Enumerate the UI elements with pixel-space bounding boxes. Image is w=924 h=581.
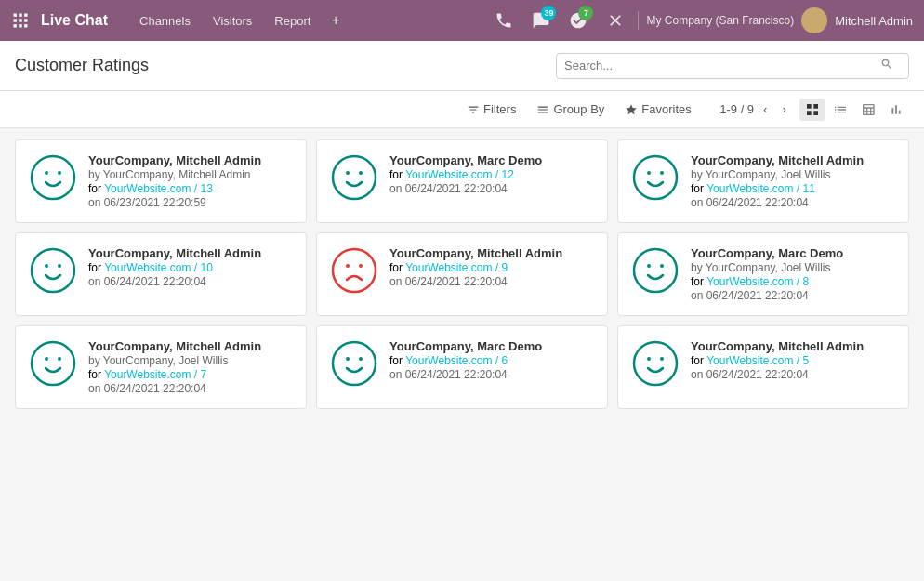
svg-point-29 <box>45 357 48 361</box>
card-for-link[interactable]: YourWebsite.com / 6 <box>405 354 508 367</box>
smiley-icon <box>29 339 77 388</box>
card-info: YourCompany, Mitchell Admin for YourWebs… <box>691 339 864 381</box>
svg-point-34 <box>634 342 677 385</box>
nav-plus[interactable]: + <box>323 8 347 33</box>
user-avatar[interactable] <box>801 7 827 33</box>
rating-card[interactable]: YourCompany, Mitchell Admin for YourWebs… <box>617 325 909 409</box>
msg-badge: 7 <box>578 6 593 20</box>
rating-card[interactable]: YourCompany, Marc Demo for YourWebsite.c… <box>316 325 608 409</box>
svg-rect-4 <box>19 19 21 21</box>
rating-card[interactable]: YourCompany, Mitchell Admin by YourCompa… <box>15 139 307 223</box>
card-for: for YourWebsite.com / 12 <box>389 168 542 181</box>
svg-point-28 <box>32 342 74 385</box>
svg-point-24 <box>359 264 363 268</box>
close-icon-btn[interactable] <box>601 6 630 35</box>
nav-links: Channels Visitors Report + <box>130 8 489 33</box>
svg-point-17 <box>647 171 651 175</box>
phone-icon-btn[interactable] <box>489 6 519 35</box>
prev-page-button[interactable]: ‹ <box>758 100 772 118</box>
smiley-icon <box>330 246 378 295</box>
card-title: YourCompany, Mitchell Admin <box>88 153 261 167</box>
svg-point-9 <box>811 13 818 20</box>
svg-point-32 <box>346 357 350 361</box>
search-input[interactable] <box>564 59 880 73</box>
nav-visitors[interactable]: Visitors <box>204 8 261 33</box>
smiley-icon <box>631 246 680 295</box>
message-icon-btn[interactable]: 7 <box>563 6 593 35</box>
card-for-link[interactable]: YourWebsite.com / 5 <box>706 354 809 367</box>
nav-sep <box>638 11 639 30</box>
smiley-icon <box>631 153 680 202</box>
toolbar: Filters Group By Favorites 1-9 / 9 ‹ › <box>0 91 924 128</box>
card-info: YourCompany, Marc Demo for YourWebsite.c… <box>389 153 542 195</box>
nav-report[interactable]: Report <box>265 8 320 33</box>
card-date: on 06/24/2021 22:20:04 <box>691 368 864 381</box>
card-for-link[interactable]: YourWebsite.com / 9 <box>405 261 508 274</box>
rating-card[interactable]: YourCompany, Mitchell Admin by YourCompa… <box>15 325 307 409</box>
svg-rect-2 <box>24 14 27 17</box>
search-icon[interactable] <box>880 58 893 74</box>
svg-point-33 <box>359 357 363 361</box>
card-for-link[interactable]: YourWebsite.com / 10 <box>104 261 213 274</box>
chart-view-button[interactable] <box>883 99 909 121</box>
card-for: for YourWebsite.com / 7 <box>88 368 261 381</box>
svg-point-30 <box>58 357 61 361</box>
svg-rect-5 <box>24 19 27 21</box>
svg-point-18 <box>660 171 664 175</box>
list-view-button[interactable] <box>827 99 853 121</box>
rating-card[interactable]: YourCompany, Mitchell Admin for YourWebs… <box>316 232 608 316</box>
card-for: for YourWebsite.com / 5 <box>691 354 864 367</box>
table-view-button[interactable] <box>855 99 881 121</box>
card-date: on 06/24/2021 22:20:04 <box>691 196 864 209</box>
card-for-link[interactable]: YourWebsite.com / 7 <box>104 368 206 381</box>
svg-point-27 <box>660 264 664 268</box>
card-for: for YourWebsite.com / 8 <box>691 275 843 288</box>
svg-rect-8 <box>24 24 27 27</box>
card-for: for YourWebsite.com / 11 <box>691 182 864 195</box>
card-for-link[interactable]: YourWebsite.com / 11 <box>706 182 815 195</box>
svg-rect-7 <box>19 24 21 27</box>
rating-card[interactable]: YourCompany, Marc Demo for YourWebsite.c… <box>316 139 608 223</box>
filters-button[interactable]: Filters <box>457 99 525 120</box>
card-info: YourCompany, Mitchell Admin for YourWebs… <box>389 246 562 288</box>
card-title: YourCompany, Mitchell Admin <box>691 153 864 167</box>
svg-point-35 <box>647 357 651 361</box>
rating-card[interactable]: YourCompany, Marc Demo by YourCompany, J… <box>617 232 909 316</box>
card-for: for YourWebsite.com / 9 <box>389 261 562 274</box>
favorites-button[interactable]: Favorites <box>615 99 700 120</box>
card-title: YourCompany, Mitchell Admin <box>691 339 864 353</box>
svg-point-36 <box>660 357 664 361</box>
svg-point-15 <box>359 171 363 175</box>
smiley-icon <box>631 339 680 388</box>
card-for-link[interactable]: YourWebsite.com / 8 <box>706 275 809 288</box>
grid-menu-icon[interactable] <box>11 11 30 30</box>
next-page-button[interactable]: › <box>777 100 792 118</box>
rating-card[interactable]: YourCompany, Mitchell Admin for YourWebs… <box>15 232 307 316</box>
rating-grid: YourCompany, Mitchell Admin by YourCompa… <box>15 139 909 409</box>
pagination: 1-9 / 9 ‹ › <box>719 100 792 118</box>
card-info: YourCompany, Marc Demo by YourCompany, J… <box>691 246 843 302</box>
top-nav: Live Chat Channels Visitors Report + 39 … <box>0 0 924 41</box>
svg-point-13 <box>333 156 376 199</box>
card-for: for YourWebsite.com / 13 <box>88 182 261 195</box>
kanban-view-button[interactable] <box>799 99 825 121</box>
card-for-link[interactable]: YourWebsite.com / 13 <box>104 182 213 195</box>
card-date: on 06/23/2021 22:20:59 <box>88 196 261 209</box>
card-for: for YourWebsite.com / 10 <box>88 261 261 274</box>
card-info: YourCompany, Mitchell Admin for YourWebs… <box>88 246 261 288</box>
svg-point-26 <box>647 264 651 268</box>
svg-rect-0 <box>14 14 17 17</box>
nav-right: 39 7 My Company (San Francisco) Mitchell… <box>489 6 913 35</box>
svg-point-11 <box>45 171 48 175</box>
smiley-icon <box>330 153 378 202</box>
svg-point-25 <box>634 249 677 292</box>
card-info: YourCompany, Mitchell Admin by YourCompa… <box>88 153 261 209</box>
rating-card[interactable]: YourCompany, Mitchell Admin by YourCompa… <box>617 139 909 223</box>
card-title: YourCompany, Marc Demo <box>389 339 542 353</box>
card-for-link[interactable]: YourWebsite.com / 12 <box>405 168 514 181</box>
pagination-text: 1-9 / 9 <box>719 102 754 116</box>
chat-icon-btn[interactable]: 39 <box>526 6 556 35</box>
nav-channels[interactable]: Channels <box>130 8 200 33</box>
groupby-button[interactable]: Group By <box>527 99 614 120</box>
card-by: by YourCompany, Mitchell Admin <box>88 168 261 181</box>
